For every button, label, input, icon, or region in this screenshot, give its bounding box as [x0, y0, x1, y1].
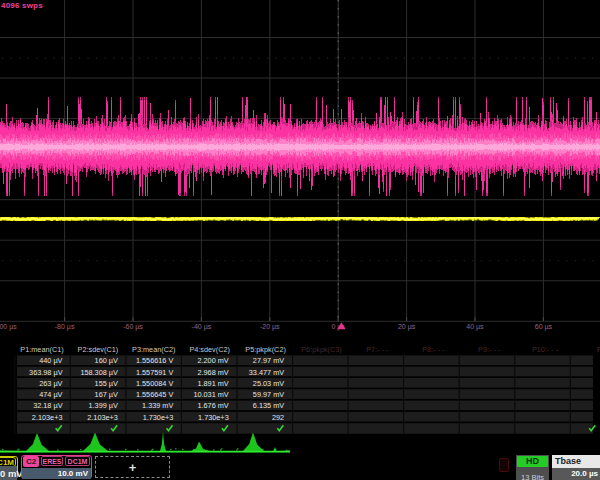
svg-text:2.200 mV: 2.200 mV [197, 356, 228, 365]
svg-text:2.968 mV: 2.968 mV [197, 368, 228, 377]
svg-text:1.550084 V: 1.550084 V [136, 379, 173, 388]
svg-text:P7:- - -: P7:- - - [366, 345, 389, 354]
svg-text:292: 292 [272, 413, 284, 422]
svg-text:1.557591 V: 1.557591 V [136, 368, 173, 377]
svg-text:P1:mean(C1): P1:mean(C1) [20, 345, 63, 354]
svg-text:33.477 mV: 33.477 mV [249, 368, 284, 377]
svg-text:1.676 mV: 1.676 mV [197, 401, 228, 410]
svg-text:P10:- - -: P10:- - - [532, 345, 559, 354]
svg-text:P5:pkpk(C2): P5:pkpk(C2) [245, 345, 286, 354]
svg-text:6.135 mV: 6.135 mV [253, 401, 284, 410]
svg-text:-40 µs: -40 µs [192, 323, 212, 331]
svg-text:4096 swps: 4096 swps [1, 1, 43, 10]
svg-text:1.399 µV: 1.399 µV [89, 401, 118, 410]
svg-text:P6:pkpk(C3): P6:pkpk(C3) [301, 345, 342, 354]
svg-text:-20 µs: -20 µs [260, 323, 280, 331]
svg-text:1.730e+3: 1.730e+3 [143, 413, 174, 422]
svg-text:440 µV: 440 µV [39, 356, 62, 365]
svg-text:167 µV: 167 µV [95, 390, 118, 399]
svg-text:-80 µs: -80 µs [55, 323, 75, 331]
svg-text:1.891 mV: 1.891 mV [197, 379, 228, 388]
svg-text:40 µs: 40 µs [466, 323, 484, 331]
svg-text:-60 µs: -60 µs [123, 323, 143, 331]
svg-text:160 µV: 160 µV [95, 356, 118, 365]
svg-text:-100 µs: -100 µs [0, 323, 17, 331]
svg-text:10.031 mV: 10.031 mV [193, 390, 228, 399]
svg-text:2.103e+3: 2.103e+3 [87, 413, 118, 422]
svg-text:25.03 mV: 25.03 mV [253, 379, 284, 388]
svg-text:1.730e+3: 1.730e+3 [198, 413, 229, 422]
svg-text:60 µs: 60 µs [535, 323, 553, 331]
svg-text:P2:sdev(C1): P2:sdev(C1) [78, 345, 119, 354]
svg-text:363.98 µV: 363.98 µV [29, 368, 63, 377]
svg-text:P3:mean(C2): P3:mean(C2) [132, 345, 175, 354]
svg-text:27.97 mV: 27.97 mV [253, 356, 284, 365]
svg-text:263 µV: 263 µV [39, 379, 62, 388]
svg-text:158.308 µV: 158.308 µV [80, 368, 118, 377]
svg-text:474 µV: 474 µV [39, 390, 62, 399]
svg-text:20 µs: 20 µs [398, 323, 416, 331]
svg-text:2.103e+3: 2.103e+3 [32, 413, 63, 422]
svg-text:59.97 mV: 59.97 mV [253, 390, 284, 399]
svg-text:P4:sdev(C2): P4:sdev(C2) [189, 345, 230, 354]
svg-text:1.556645 V: 1.556645 V [136, 390, 173, 399]
svg-text:32.18 µV: 32.18 µV [33, 401, 62, 410]
svg-text:1.339 mV: 1.339 mV [142, 401, 173, 410]
svg-text:P9:- - -: P9:- - - [478, 345, 501, 354]
svg-text:P8:- - -: P8:- - - [422, 345, 445, 354]
svg-text:1.556616 V: 1.556616 V [136, 356, 173, 365]
svg-text:155 µV: 155 µV [95, 379, 118, 388]
